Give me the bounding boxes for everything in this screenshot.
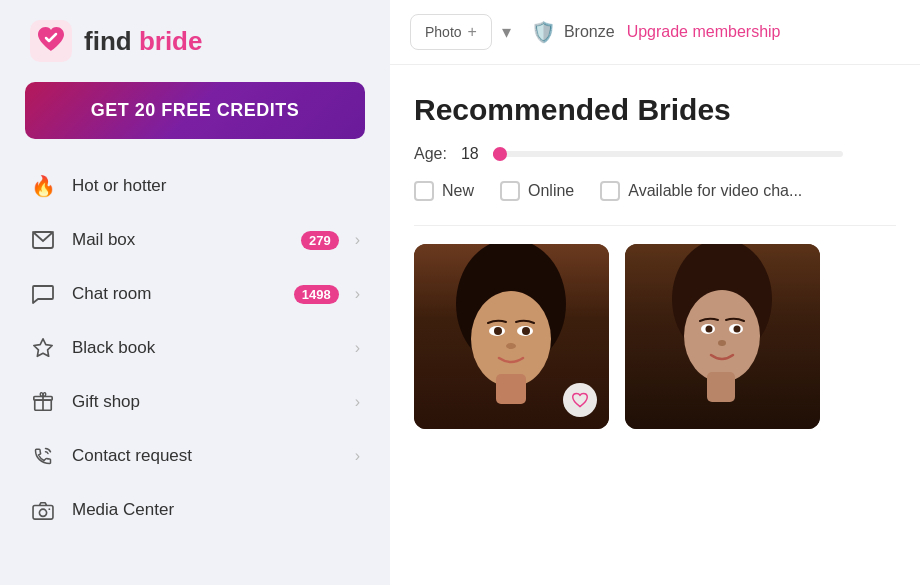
video-chat-label: Available for video cha...	[628, 182, 802, 200]
sidebar-item-label: Hot or hotter	[72, 176, 360, 196]
nav-contactrequest-label: Contact request	[72, 446, 339, 466]
filter-online[interactable]: Online	[500, 181, 574, 201]
main-content: Photo + ▾ 🛡️ Bronze Upgrade membership R…	[390, 0, 920, 585]
nav-mailbox-label: Mail box	[72, 230, 279, 250]
new-label: New	[442, 182, 474, 200]
svg-rect-21	[707, 372, 735, 402]
age-slider-thumb[interactable]	[493, 147, 507, 161]
svg-point-7	[39, 509, 46, 516]
profile-photo-2	[625, 244, 820, 429]
upgrade-membership-link[interactable]: Upgrade membership	[627, 23, 781, 41]
filter-video-chat[interactable]: Available for video cha...	[600, 181, 802, 201]
nav-blackbook-label: Black book	[72, 338, 339, 358]
bronze-badge: 🛡️ Bronze Upgrade membership	[531, 20, 781, 44]
logo-icon	[30, 20, 72, 62]
logo-area: find bride	[0, 0, 390, 82]
svg-point-25	[734, 326, 741, 333]
svg-point-11	[471, 291, 551, 387]
credits-button-wrapper[interactable]: GET 20 FREE CREDITS	[25, 82, 365, 139]
sidebar-item-black-book[interactable]: Black book ›	[0, 321, 390, 375]
svg-rect-12	[496, 374, 526, 404]
svg-point-24	[706, 326, 713, 333]
chevron-right-icon: ›	[355, 447, 360, 465]
svg-point-17	[506, 343, 516, 349]
nav-chatroom-label: Chat room	[72, 284, 272, 304]
chevron-right-icon: ›	[355, 339, 360, 357]
profiles-grid	[414, 244, 896, 429]
camera-icon	[30, 497, 56, 523]
star-icon	[30, 335, 56, 361]
phone-icon	[30, 443, 56, 469]
svg-point-15	[494, 327, 502, 335]
age-filter: Age: 18	[414, 145, 896, 163]
filter-checkboxes: New Online Available for video cha...	[414, 181, 896, 201]
logo-bride: bride	[139, 26, 203, 56]
gift-icon	[30, 389, 56, 415]
chevron-right-icon: ›	[355, 393, 360, 411]
svg-point-16	[522, 327, 530, 335]
video-chat-checkbox[interactable]	[600, 181, 620, 201]
chat-icon	[30, 281, 56, 307]
svg-point-26	[718, 340, 726, 346]
content-area: Recommended Brides Age: 18 New Online Av…	[390, 65, 920, 585]
photo-label: Photo	[425, 24, 462, 40]
online-label: Online	[528, 182, 574, 200]
filter-new[interactable]: New	[414, 181, 474, 201]
chatroom-badge: 1498	[294, 285, 339, 304]
nav-giftshop-label: Gift shop	[72, 392, 339, 412]
age-slider-track[interactable]	[493, 151, 843, 157]
photo-upload-button[interactable]: Photo +	[410, 14, 492, 50]
nav-mediacenter-label: Media Center	[72, 500, 360, 520]
age-label: Age:	[414, 145, 447, 163]
online-checkbox[interactable]	[500, 181, 520, 201]
mail-icon	[30, 227, 56, 253]
divider	[414, 225, 896, 226]
sidebar-item-media-center[interactable]: Media Center	[0, 483, 390, 537]
svg-point-20	[684, 290, 760, 382]
logo-find: find	[84, 26, 132, 56]
svg-point-8	[48, 508, 50, 510]
chevron-right-icon: ›	[355, 285, 360, 303]
mailbox-badge: 279	[301, 231, 339, 250]
sidebar-item-hot-or-hotter[interactable]: 🔥 Hot or hotter	[0, 159, 390, 213]
sidebar: find bride GET 20 FREE CREDITS 🔥 Hot or …	[0, 0, 390, 585]
sidebar-item-mail-box[interactable]: Mail box 279 ›	[0, 213, 390, 267]
svg-marker-2	[34, 339, 52, 356]
top-bar: Photo + ▾ 🛡️ Bronze Upgrade membership	[390, 0, 920, 65]
sidebar-item-chat-room[interactable]: Chat room 1498 ›	[0, 267, 390, 321]
age-value: 18	[461, 145, 479, 163]
sidebar-item-gift-shop[interactable]: Gift shop ›	[0, 375, 390, 429]
bronze-shield-icon: 🛡️	[531, 20, 556, 44]
chevron-right-icon: ›	[355, 231, 360, 249]
bronze-label: Bronze	[564, 23, 615, 41]
credits-button-label: GET 20 FREE CREDITS	[91, 100, 300, 120]
section-title: Recommended Brides	[414, 93, 896, 127]
logo-text: find bride	[84, 26, 202, 57]
photo-plus: +	[468, 23, 477, 41]
profile-card[interactable]	[414, 244, 609, 429]
dropdown-arrow-icon[interactable]: ▾	[502, 21, 511, 43]
fire-icon: 🔥	[30, 173, 56, 199]
new-checkbox[interactable]	[414, 181, 434, 201]
sidebar-item-contact-request[interactable]: Contact request ›	[0, 429, 390, 483]
heart-button-1[interactable]	[563, 383, 597, 417]
profile-card[interactable]	[625, 244, 820, 429]
